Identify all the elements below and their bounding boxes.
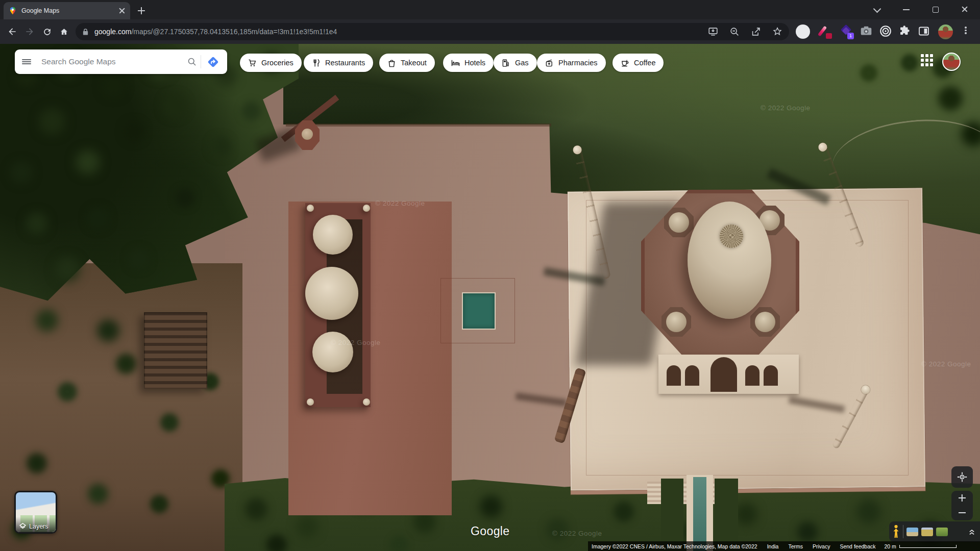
google-maps-pin-icon [9, 7, 17, 15]
chip-label: Gas [515, 59, 529, 67]
my-location-button[interactable] [951, 466, 973, 488]
facade-arch [764, 365, 778, 386]
extension-count-badge: 1 [847, 33, 854, 39]
imagery-bar [889, 521, 980, 542]
hotels-bed-icon [451, 59, 460, 67]
gas-pump-icon [502, 59, 510, 67]
zoom-in-button[interactable] [951, 491, 973, 506]
scale-bar [899, 545, 957, 548]
map-canvas[interactable]: © 2022 Google © 2022 Google © 2022 Googl… [0, 44, 980, 551]
bookmark-star-icon[interactable] [772, 26, 783, 37]
groceries-cart-icon [248, 59, 257, 67]
extension-camera-icon[interactable] [860, 24, 873, 40]
layers-label: Layers [29, 523, 48, 530]
chip-label: Hotels [464, 59, 485, 67]
extension-white-circle-icon[interactable] [796, 24, 810, 39]
tab-google-maps[interactable]: Google Maps [4, 2, 130, 19]
pishtaq-arch [710, 357, 737, 392]
privacy-link[interactable]: Privacy [813, 543, 830, 549]
window-maximize-icon[interactable] [933, 6, 941, 14]
browser-menu-kebab-icon[interactable] [962, 26, 970, 38]
zoom-controls [951, 491, 973, 520]
extensions-puzzle-icon[interactable] [898, 25, 911, 39]
imagery-watermark: © 2022 Google [331, 339, 381, 346]
side-panel-icon[interactable] [918, 25, 930, 39]
scale-label: 20 m [885, 543, 896, 549]
zoom-minus-icon[interactable] [729, 26, 740, 37]
my-location-icon [957, 471, 968, 483]
facade-arch [745, 365, 760, 386]
install-app-icon[interactable] [707, 26, 719, 37]
url-path: /maps/@27.1750357,78.0413516,185m/data=!… [131, 28, 337, 36]
search-input[interactable] [40, 57, 187, 67]
main-dome [688, 202, 771, 319]
chip-label: Restaurants [325, 59, 365, 67]
watercourse-pool [693, 477, 706, 551]
share-icon[interactable] [750, 26, 762, 37]
layers-button[interactable]: Layers [14, 491, 57, 534]
facade-arch [667, 365, 681, 386]
new-tab-button[interactable] [136, 5, 147, 16]
mosque-dome [312, 332, 353, 372]
profile-avatar[interactable] [938, 24, 953, 39]
google-apps-grid-icon[interactable] [921, 54, 935, 68]
extension-highlighter-icon[interactable] [818, 24, 832, 39]
zoom-out-button[interactable] [951, 506, 973, 520]
imagery-thumbnail-beach[interactable] [906, 528, 918, 536]
window-minimize-icon[interactable] [903, 6, 911, 14]
window-close-icon[interactable] [962, 6, 970, 14]
account-avatar[interactable] [942, 53, 961, 71]
divider [903, 525, 903, 538]
tree-cluster [225, 478, 237, 490]
chip-coffee[interactable]: Coffee [612, 54, 664, 72]
extension-target-icon[interactable] [879, 24, 892, 40]
chip-label: Coffee [634, 59, 655, 67]
imagery-watermark: © 2022 Google [761, 104, 811, 112]
browser-window: Google Maps google.com/maps/@27.1750357,… [0, 0, 980, 551]
chip-takeout[interactable]: Takeout [379, 54, 435, 72]
reload-button[interactable] [40, 24, 54, 39]
imagery-watermark: © 2022 Google [552, 530, 602, 537]
chip-restaurants[interactable]: Restaurants [304, 54, 373, 72]
ruins-structure [144, 312, 207, 389]
forward-button[interactable] [22, 24, 37, 39]
chip-gas[interactable]: Gas [494, 54, 537, 72]
extension-badge [826, 33, 832, 39]
window-chevron-icon[interactable] [873, 6, 881, 14]
google-watermark: Google [471, 524, 510, 538]
collapse-chevrons-icon[interactable] [967, 527, 977, 537]
imagery-attribution: Imagery ©2022 CNES / Airbus, Maxar Techn… [592, 543, 757, 549]
extension-purple-diamond-icon[interactable]: 1 [839, 24, 853, 39]
menu-hamburger-icon[interactable] [22, 58, 31, 65]
terms-link[interactable]: Terms [788, 543, 803, 549]
imagery-thumbnail-grass[interactable] [936, 528, 948, 536]
gate-tower [295, 120, 320, 150]
chip-pharmacies[interactable]: Pharmacies [537, 54, 606, 72]
facade-arch [685, 365, 699, 386]
pegman-icon[interactable] [892, 524, 900, 539]
back-button[interactable] [5, 24, 19, 39]
mosque-corner-finial [363, 205, 370, 212]
mosque-corner-finial [363, 398, 370, 406]
tab-close-icon[interactable] [119, 8, 125, 14]
send-feedback-link[interactable]: Send feedback [840, 543, 875, 549]
url-domain: google.com [94, 28, 131, 36]
garden-bed [715, 479, 738, 551]
ablution-pool [462, 292, 496, 330]
directions-button[interactable] [206, 55, 220, 69]
chip-hotels[interactable]: Hotels [443, 54, 494, 72]
home-button[interactable] [57, 24, 71, 39]
garden-bed [661, 479, 683, 551]
url-bar[interactable]: google.com/maps/@27.1750357,78.0413516,1… [76, 23, 789, 40]
imagery-thumbnail-field[interactable] [921, 528, 933, 536]
region-label[interactable]: India [767, 543, 779, 549]
search-icon[interactable] [187, 57, 198, 67]
search-box [15, 49, 227, 74]
imagery-watermark: © 2022 Google [375, 199, 425, 207]
mosque-corner-finial [307, 398, 314, 406]
plaza-north-wall [286, 123, 551, 127]
divider [201, 55, 201, 68]
layers-icon [19, 522, 27, 530]
chip-groceries[interactable]: Groceries [240, 54, 302, 72]
chip-label: Pharmacies [558, 59, 598, 67]
